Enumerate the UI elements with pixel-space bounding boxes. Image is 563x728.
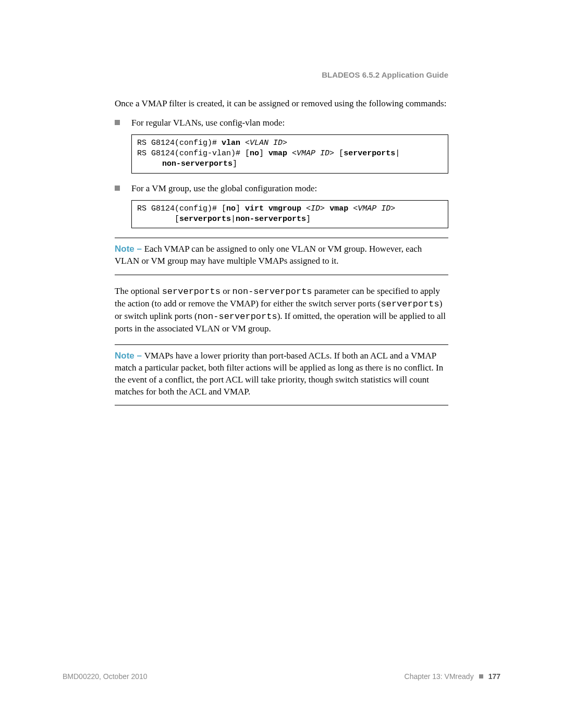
bullet-item-2: For a VM group, use the global configura… xyxy=(115,183,448,195)
code-space xyxy=(325,204,329,213)
code-pipe: | xyxy=(231,215,236,224)
code-text: ] xyxy=(259,149,268,158)
code-prompt: RS G8124(config)# xyxy=(137,139,222,147)
bullet-text-1: For regular VLANs, use config-vlan mode: xyxy=(131,117,285,129)
code-cmd: vmap xyxy=(329,204,353,213)
code-arg: <VMAP ID> xyxy=(292,149,334,158)
code-inline: serverports xyxy=(162,287,221,297)
code-prompt: RS G8124(config-vlan)# [ xyxy=(137,149,250,158)
optional-paragraph: The optional serverports or non-serverpo… xyxy=(115,286,448,335)
code-open: [ xyxy=(175,215,179,224)
text: The optional xyxy=(115,286,162,296)
intro-paragraph: Once a VMAP filter is created, it can be… xyxy=(115,98,448,110)
note-separator xyxy=(115,275,448,275)
footer-chapter: Chapter 13: VMready xyxy=(405,672,474,681)
square-bullet-icon xyxy=(115,186,120,191)
note-text: Each VMAP can be assigned to only one VL… xyxy=(115,244,422,266)
code-text: [ xyxy=(334,149,344,158)
code-close: ] xyxy=(232,159,237,168)
footer-left: BMD00220, October 2010 xyxy=(63,672,148,681)
document-header: BLADEOS 6.5.2 Application Guide xyxy=(115,70,448,79)
code-pipe: | xyxy=(395,149,400,158)
page-content: BLADEOS 6.5.2 Application Guide Once a V… xyxy=(115,70,448,416)
footer-page-number: 177 xyxy=(488,672,500,681)
note-separator xyxy=(115,238,448,238)
note-separator xyxy=(115,344,448,345)
code-keyword: non-serverports xyxy=(162,159,232,168)
code-block-2: RS G8124(config)# [no] virt vmgroup <ID>… xyxy=(131,200,448,229)
code-inline: non-serverports xyxy=(232,287,312,297)
footer-right: Chapter 13: VMready 177 xyxy=(405,672,500,681)
code-keyword: serverports xyxy=(179,215,231,224)
code-cmd: vmap xyxy=(268,149,292,158)
code-cmd: virt vmgroup xyxy=(245,204,306,213)
code-cmd: vlan xyxy=(222,139,245,147)
code-keyword: serverports xyxy=(344,149,395,158)
bullet-text-2: For a VM group, use the global configura… xyxy=(131,183,317,195)
code-keyword: no xyxy=(226,204,236,213)
note-1: Note – Each VMAP can be assigned to only… xyxy=(115,243,448,267)
note-label: Note – xyxy=(115,244,144,254)
note-2: Note – VMAPs have a lower priority than … xyxy=(115,350,448,398)
square-separator-icon xyxy=(479,674,483,678)
code-inline: serverports xyxy=(381,299,439,309)
code-keyword: no xyxy=(250,149,259,158)
code-arg: <VMAP ID> xyxy=(353,204,395,213)
code-arg: <ID> xyxy=(306,204,325,213)
code-inline: non-serverports xyxy=(198,312,277,322)
code-close: ] xyxy=(306,215,311,224)
note-label: Note – xyxy=(115,351,144,361)
note-separator xyxy=(115,405,448,405)
square-bullet-icon xyxy=(115,120,120,125)
bullet-item-1: For regular VLANs, use config-vlan mode: xyxy=(115,117,448,129)
code-arg: <VLAN ID> xyxy=(245,139,287,147)
code-prompt: RS G8124(config)# [ xyxy=(137,204,226,213)
code-keyword: non-serverports xyxy=(236,215,306,224)
code-block-1: RS G8124(config)# vlan <VLAN ID> RS G812… xyxy=(131,134,448,174)
page-footer: BMD00220, October 2010 Chapter 13: VMrea… xyxy=(63,672,500,681)
note-text: VMAPs have a lower priority than port-ba… xyxy=(115,351,443,397)
text: or xyxy=(221,286,232,296)
code-text: ] xyxy=(236,204,245,213)
